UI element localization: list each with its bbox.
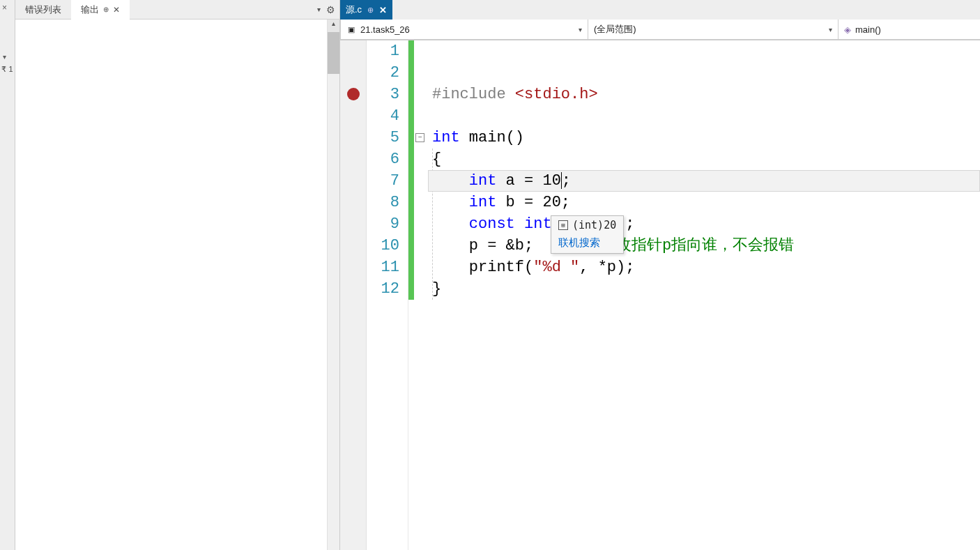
pin-icon[interactable]: ⊕ bbox=[103, 6, 109, 13]
change-indicator bbox=[408, 40, 414, 300]
editor-tab-row: 源.c ⊕ ✕ bbox=[340, 0, 980, 20]
line-number: 12 bbox=[367, 278, 399, 300]
scope-combo[interactable]: (全局范围) ▾ bbox=[588, 20, 839, 40]
line-number: 8 bbox=[367, 192, 399, 213]
close-icon[interactable]: ✕ bbox=[113, 5, 120, 15]
tab-label: 错误列表 bbox=[25, 3, 61, 16]
line-number: 5 bbox=[367, 127, 399, 148]
line-number-gutter: 1 2 3 4 5 6 7 8 9 10 11 12 bbox=[367, 40, 408, 550]
nav-bar: ▣ 21.task5_26 ▾ (全局范围) ▾ ◈ main() bbox=[340, 20, 980, 40]
side-badge: ₹ 1 bbox=[0, 63, 15, 75]
cube-icon: ◈ bbox=[844, 24, 851, 35]
tooltip-type-info: ⊞ (int)20 bbox=[551, 216, 623, 234]
editor-tab-source-c[interactable]: 源.c ⊕ ✕ bbox=[340, 0, 392, 20]
tooltip-search-link[interactable]: 联机搜索 bbox=[551, 234, 623, 253]
code-line[interactable]: const int* p = &a; bbox=[428, 213, 980, 235]
output-panel: 错误列表 输出 ⊕ ✕ ▾ ⚙ ▴ bbox=[15, 0, 340, 550]
scroll-up-icon[interactable]: ▴ bbox=[328, 20, 339, 32]
function-combo[interactable]: ◈ main() bbox=[838, 20, 980, 40]
line-number: 4 bbox=[367, 105, 399, 127]
tab-output[interactable]: 输出 ⊕ ✕ bbox=[71, 0, 130, 20]
close-icon[interactable]: × bbox=[0, 0, 15, 15]
project-combo[interactable]: ▣ 21.task5_26 ▾ bbox=[340, 20, 588, 40]
combo-label: main() bbox=[855, 24, 881, 35]
code-line[interactable] bbox=[428, 40, 980, 62]
chevron-down-icon[interactable]: ▾ bbox=[0, 50, 15, 63]
combo-label: 21.task5_26 bbox=[360, 24, 410, 35]
project-icon: ▣ bbox=[346, 24, 356, 34]
tab-label: 源.c bbox=[346, 3, 362, 16]
code-line-current[interactable]: int a = 10; bbox=[428, 170, 980, 192]
line-number: 6 bbox=[367, 148, 399, 170]
line-number: 7 bbox=[367, 170, 399, 192]
chevron-down-icon[interactable]: ▾ bbox=[317, 6, 321, 13]
line-number: 9 bbox=[367, 213, 399, 235]
code-line[interactable]: int b = 20; bbox=[428, 192, 980, 213]
chevron-down-icon: ▾ bbox=[829, 26, 832, 33]
tooltip-text: (int)20 bbox=[572, 219, 616, 231]
code-line[interactable] bbox=[428, 62, 980, 84]
code-line[interactable]: printf("%d ", *p); bbox=[428, 257, 980, 278]
code-line[interactable]: p = &b; 改指针p指向谁，不会报错 bbox=[428, 235, 980, 257]
gear-icon[interactable]: ⚙ bbox=[326, 4, 335, 15]
line-number: 3 bbox=[367, 84, 399, 105]
line-number: 11 bbox=[367, 257, 399, 278]
breakpoint-gutter[interactable] bbox=[340, 40, 367, 550]
code-line[interactable]: int main() bbox=[428, 127, 980, 148]
fold-minus-icon[interactable]: − bbox=[415, 133, 424, 142]
code-line[interactable]: #include <stdio.h> bbox=[428, 84, 980, 105]
line-number: 1 bbox=[367, 40, 399, 62]
combo-label: (全局范围) bbox=[594, 23, 636, 36]
code-line[interactable]: { bbox=[428, 148, 980, 170]
breakpoint-icon[interactable] bbox=[347, 88, 360, 100]
hover-tooltip: ⊞ (int)20 联机搜索 bbox=[551, 215, 624, 254]
scroll-thumb[interactable] bbox=[328, 32, 339, 74]
editor-panel: 源.c ⊕ ✕ ▣ 21.task5_26 ▾ (全局范围) ▾ ◈ main(… bbox=[340, 0, 980, 550]
code-line[interactable]: } bbox=[428, 278, 980, 300]
tab-error-list[interactable]: 错误列表 bbox=[15, 0, 71, 20]
chevron-down-icon: ▾ bbox=[579, 26, 582, 33]
pin-icon[interactable]: ⊕ bbox=[367, 6, 374, 15]
tab-label: 输出 bbox=[81, 3, 99, 16]
panel-tab-row: 错误列表 输出 ⊕ ✕ ▾ ⚙ bbox=[15, 0, 339, 20]
close-icon[interactable]: ✕ bbox=[379, 5, 387, 15]
expand-icon[interactable]: ⊞ bbox=[558, 220, 568, 230]
code-body[interactable]: #include <stdio.h> int main() { int a = … bbox=[428, 40, 980, 550]
line-number: 2 bbox=[367, 62, 399, 84]
code-editor[interactable]: 1 2 3 4 5 6 7 8 9 10 11 12 − bbox=[340, 40, 980, 550]
side-strip: × ▾ ₹ 1 bbox=[0, 0, 15, 550]
scrollbar-vertical[interactable]: ▴ bbox=[327, 20, 339, 550]
fold-gutter[interactable]: − bbox=[414, 40, 428, 550]
code-line[interactable] bbox=[428, 105, 980, 127]
line-number: 10 bbox=[367, 235, 399, 257]
output-body: ▴ bbox=[15, 20, 339, 550]
